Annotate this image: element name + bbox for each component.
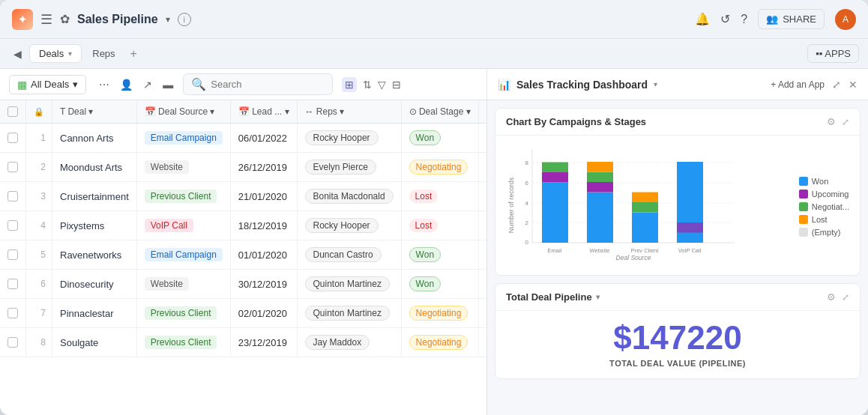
lead-date-cell: 18/12/2019 xyxy=(230,211,297,240)
bar-website-lost xyxy=(587,162,613,172)
view-icon[interactable]: ▬ xyxy=(159,76,177,94)
deal-name-cell: Moondust Arts xyxy=(52,153,137,182)
search-box[interactable]: 🔍 xyxy=(183,73,333,95)
row-checkbox[interactable] xyxy=(0,124,26,153)
bar-prev-lost xyxy=(632,193,658,203)
add-app-button[interactable]: + Add an App xyxy=(771,79,825,90)
sort-icon[interactable]: ⇅ xyxy=(363,79,372,91)
source-cell: Previous Client xyxy=(136,299,230,328)
bar-prev-won xyxy=(632,213,658,243)
row-number: 5 xyxy=(26,240,52,270)
deal-name-cell: Pixystems xyxy=(52,211,137,240)
select-all-checkbox[interactable] xyxy=(0,100,26,124)
source-cell: Email Campaign xyxy=(136,124,230,153)
col-header-lead[interactable]: 📅 Lead ... ▾ xyxy=(230,100,297,124)
chart-expand-icon[interactable]: ⤢ xyxy=(842,117,849,127)
tab-deals[interactable]: Deals ▾ xyxy=(29,44,82,63)
titlebar: ✦ ☰ ✿ Sales Pipeline ▾ i 🔔 ↺ ? 👥 SHARE A xyxy=(0,0,868,39)
row-checkbox[interactable] xyxy=(0,299,26,328)
close-icon[interactable]: ✕ xyxy=(849,79,858,91)
bar-prev-negotiating xyxy=(632,202,658,213)
bar-website-negotiating xyxy=(587,172,613,183)
row-checkbox[interactable] xyxy=(0,240,26,270)
history-icon[interactable]: ↺ xyxy=(720,12,730,26)
table-row: 3 Cruisertainment Previous Client 21/01/… xyxy=(0,182,486,211)
row-checkbox[interactable] xyxy=(0,328,26,357)
chart-card-header: Chart By Campaigns & Stages ⚙ ⤢ xyxy=(495,109,860,136)
chevron-down-icon[interactable]: ▾ xyxy=(166,14,170,25)
table-body: 1 Cannon Arts Email Campaign 06/01/2022 … xyxy=(0,124,486,357)
row-number: 1 xyxy=(26,124,52,153)
row-number: 6 xyxy=(26,270,52,299)
bar-website-won xyxy=(587,193,613,243)
collapse-button[interactable]: ◀ xyxy=(9,45,26,63)
col-header-stage[interactable]: ⊙ Deal Stage ▾ xyxy=(401,100,478,124)
export-icon[interactable]: ↗ xyxy=(139,76,156,94)
legend-label: (Empty) xyxy=(812,228,841,237)
svg-text:VoIP Call: VoIP Call xyxy=(678,247,702,254)
table-row: 6 Dinosecurity Website 30/12/2019 Quinto… xyxy=(0,270,486,299)
source-cell: VoIP Call xyxy=(136,211,230,240)
all-deals-dropdown[interactable]: ▦ All Deals ▾ xyxy=(9,75,86,94)
pipeline-value: $147220 xyxy=(506,321,849,354)
bell-icon[interactable]: 🔔 xyxy=(695,12,710,26)
share-button[interactable]: 👥 SHARE xyxy=(758,9,825,29)
apps-button[interactable]: ▪▪ APPS xyxy=(807,44,859,63)
globe-icon: ✿ xyxy=(60,12,70,26)
help-icon[interactable]: ? xyxy=(741,13,747,26)
date2-cell: 07/03/ xyxy=(478,124,486,153)
pipeline-card: Total Deal Pipeline ▾ ⚙ ⤢ $147220 TOTAL … xyxy=(495,283,861,379)
legend-item: Upcoming xyxy=(799,190,849,199)
pipeline-expand-icon[interactable]: ⤢ xyxy=(842,292,849,303)
lock-column-header: 🔒 xyxy=(26,100,52,124)
person-plus-icon[interactable]: 👤 xyxy=(116,76,136,94)
row-checkbox[interactable] xyxy=(0,211,26,240)
all-deals-caret: ▾ xyxy=(73,79,78,90)
legend-item: Won xyxy=(799,177,849,186)
deal-name-cell: Pinnaclestar xyxy=(52,299,137,328)
search-input[interactable] xyxy=(211,79,325,90)
svg-text:Deal Source: Deal Source xyxy=(616,254,651,261)
col-header-source[interactable]: 📅 Deal Source ▾ xyxy=(136,100,230,124)
stage-cell: Negotiating xyxy=(401,328,478,357)
filter-active-icon[interactable]: ⊞ xyxy=(342,77,357,92)
tab-reps[interactable]: Reps xyxy=(85,45,122,62)
source-cell: Website xyxy=(136,153,230,182)
tabbar: ◀ Deals ▾ Reps + ▪▪ APPS xyxy=(0,39,868,69)
stage-cell: Negotiating xyxy=(401,299,478,328)
dashboard-title: Sales Tracking Dashboard xyxy=(516,79,648,91)
tab-caret-icon: ▾ xyxy=(68,49,72,58)
more-options-icon[interactable]: ⋯ xyxy=(95,76,113,94)
col-header-fx[interactable]: f(x) Te xyxy=(478,100,486,124)
columns-icon[interactable]: ⊟ xyxy=(392,79,401,91)
pipeline-caret-icon[interactable]: ▾ xyxy=(596,293,600,301)
svg-text:6: 6 xyxy=(525,180,529,187)
legend-label: Lost xyxy=(812,215,828,224)
tab-add-button[interactable]: + xyxy=(126,44,142,64)
expand-icon[interactable]: ⤢ xyxy=(832,79,841,91)
bar-email-negotiating xyxy=(542,163,568,173)
titlebar-right: 🔔 ↺ ? 👥 SHARE A xyxy=(695,9,856,30)
dashboard-caret-icon[interactable]: ▾ xyxy=(654,80,657,88)
chart-settings-icon[interactable]: ⚙ xyxy=(827,116,836,127)
col-header-deal[interactable]: T Deal ▾ xyxy=(52,100,137,124)
toolbar-actions: ⋯ 👤 ↗ ▬ xyxy=(95,76,177,94)
source-cell: Previous Client xyxy=(136,182,230,211)
svg-text:Email: Email xyxy=(548,247,562,254)
info-icon[interactable]: i xyxy=(178,13,191,26)
legend-color-box xyxy=(799,177,808,186)
svg-text:8: 8 xyxy=(525,160,529,166)
row-checkbox[interactable] xyxy=(0,270,26,299)
pipeline-settings-icon[interactable]: ⚙ xyxy=(827,291,836,303)
col-header-reps[interactable]: ↔ Reps ▾ xyxy=(297,100,401,124)
row-checkbox[interactable] xyxy=(0,153,26,182)
main-content: ▦ All Deals ▾ ⋯ 👤 ↗ ▬ 🔍 ⊞ ⇅ ▽ xyxy=(0,69,868,415)
table-panel: ▦ All Deals ▾ ⋯ 👤 ↗ ▬ 🔍 ⊞ ⇅ ▽ xyxy=(0,69,487,415)
legend-label: Negotiat... xyxy=(812,202,849,211)
dashboard-icon: 📊 xyxy=(498,79,510,91)
hamburger-icon[interactable]: ☰ xyxy=(40,11,52,28)
row-checkbox[interactable] xyxy=(0,182,26,211)
bar-chart: Number of records 0 2 4 6 xyxy=(506,142,746,261)
filter-icon[interactable]: ▽ xyxy=(378,79,386,91)
table-row: 7 Pinnaclestar Previous Client 02/01/202… xyxy=(0,299,486,328)
